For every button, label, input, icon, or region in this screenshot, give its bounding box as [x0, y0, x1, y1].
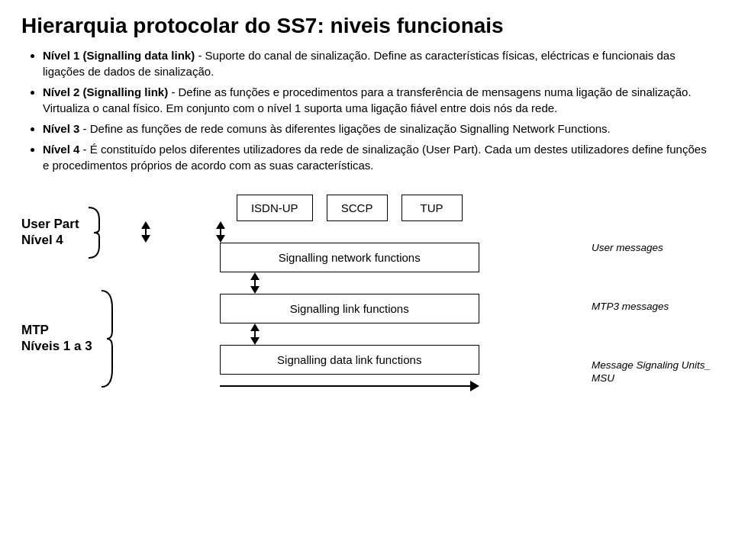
- bullet-2: Nível 2 (Signalling link) - Define as fu…: [43, 84, 711, 116]
- mtp3-messages-label: MTP3 messages: [592, 299, 711, 312]
- arrow-isdn-up: [141, 221, 150, 243]
- user-part-label-group: User Part Nível 4: [21, 206, 115, 259]
- sccp-box: SCCP: [327, 195, 388, 221]
- arrowhead-up-1: [141, 221, 150, 229]
- arrows-2: [220, 272, 479, 294]
- user-messages-label: User messages: [592, 240, 711, 253]
- arrows-1: [115, 221, 584, 243]
- arrowhead-up-3: [250, 272, 260, 280]
- arrowhead-down-3: [250, 286, 260, 294]
- mtp-label: MTP Níveis 1 a 3: [21, 323, 92, 354]
- arrowhead-down-4: [250, 337, 260, 345]
- arrow-link-datalink: [250, 323, 260, 345]
- arrow-net-link: [250, 272, 260, 294]
- arrow-line-3: [254, 280, 256, 286]
- arrowhead-up-2: [216, 221, 225, 229]
- right-labels: User messages MTP3 messages Message Sign…: [584, 195, 711, 391]
- user-part-brace: [85, 206, 102, 259]
- arrowhead-up-4: [250, 323, 260, 331]
- bullets-list: Nível 1 (Signalling data link) - Suporte…: [21, 47, 711, 173]
- bullet-3-text: - Define as funções de rede comuns às di…: [83, 122, 611, 135]
- bullet-1-bold: Nível 1 (Signalling data link): [43, 49, 195, 62]
- diagram-center: ISDN-UP SCCP TUP: [115, 195, 584, 391]
- arrow-line-4: [254, 331, 256, 337]
- tup-box: TUP: [401, 195, 463, 221]
- bullet-1: Nível 1 (Signalling data link) - Suporte…: [43, 47, 711, 79]
- message-signaling-label: Message Signaling Units_ MSU: [592, 358, 711, 384]
- arrows-3: [220, 323, 479, 345]
- signalling-link-box: Signalling link functions: [220, 294, 479, 323]
- mtp-label-group: MTP Níveis 1 a 3: [21, 289, 115, 388]
- arrowhead-down-1: [141, 235, 150, 243]
- left-labels: User Part Nível 4 MTP Níveis 1 a 3: [21, 195, 115, 391]
- bottom-arrow-line: [220, 385, 470, 387]
- user-part-label: User Part Nível 4: [21, 217, 79, 248]
- bullet-3: Nível 3 - Define as funções de rede comu…: [43, 121, 711, 137]
- signalling-network-box: Signalling network functions: [220, 243, 479, 272]
- bullet-3-bold: Nível 3: [43, 122, 79, 135]
- bullet-4-text: - É constituído pelos diferentes utiliza…: [43, 143, 707, 172]
- bullet-4-bold: Nível 4: [43, 143, 79, 156]
- page-title: Hierarquia protocolar do SS7: niveis fun…: [21, 14, 711, 38]
- top-boxes-row: ISDN-UP SCCP TUP: [237, 195, 463, 221]
- bullet-4: Nível 4 - É constituído pelos diferentes…: [43, 141, 711, 173]
- bullet-2-bold: Nível 2 (Signalling link): [43, 85, 168, 98]
- diagram-section: User Part Nível 4 MTP Níveis 1 a 3 ISDN-…: [21, 195, 711, 391]
- arrow-line-2: [220, 229, 221, 235]
- arrowhead-down-2: [216, 235, 225, 243]
- arrow-sccp: [216, 221, 225, 243]
- arrow-line-1: [145, 229, 147, 235]
- mtp-brace: [98, 289, 115, 388]
- bottom-arrow-row: [220, 381, 479, 391]
- isdn-up-box: ISDN-UP: [237, 195, 313, 221]
- signalling-data-link-box: Signalling data link functions: [220, 345, 479, 375]
- bottom-arrowhead: [470, 381, 479, 391]
